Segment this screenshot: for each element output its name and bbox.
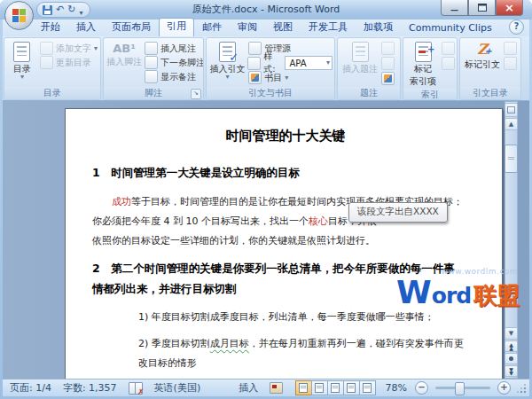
window-title: 原始文件.docx - Microsoft Word <box>106 0 426 20</box>
insert-endnote-button[interactable]: 插入尾注 <box>144 42 204 55</box>
add-text-dropdown-icon <box>94 46 98 51</box>
tab-references[interactable]: 引用 <box>159 18 194 36</box>
zoom-out-button[interactable] <box>415 381 428 395</box>
title-bar: 原始文件.docx - Microsoft Word <box>0 0 532 20</box>
scrollbar-thumb[interactable] <box>505 145 518 173</box>
update-toc-button[interactable]: 更新目录 <box>39 56 98 69</box>
toc-icon <box>13 42 30 62</box>
zoom-level[interactable]: 78% <box>386 382 407 394</box>
insert-caption-button[interactable]: 插入题注 <box>340 40 379 76</box>
restore-icon <box>478 4 487 12</box>
status-bar: 页面: 1/4 字数: 1,357 英语(美国) 插入 78% <box>3 379 529 396</box>
cross-reference-icon[interactable] <box>381 72 395 85</box>
ribbon-group-index: + 标记 索引项 索引 <box>403 37 458 100</box>
mark-entry-button[interactable]: + 标记 索引项 <box>406 40 440 89</box>
macro-record-icon[interactable] <box>270 382 283 394</box>
citations-group-label: 引文与书目 <box>207 87 334 99</box>
outline-view-button[interactable] <box>343 380 360 395</box>
bibliography-icon <box>248 71 262 84</box>
minimize-button[interactable] <box>441 0 468 16</box>
tab-page-layout[interactable]: 页面布局 <box>104 19 159 36</box>
insert-table-of-authorities-icon[interactable] <box>504 42 517 55</box>
tab-insert[interactable]: 插入 <box>68 19 104 36</box>
manage-sources-button[interactable]: 管理源 <box>247 42 332 55</box>
close-button[interactable] <box>496 0 523 16</box>
style-icon <box>247 57 261 70</box>
authorities-group-label: 引文目录 <box>460 87 520 99</box>
tab-home[interactable]: 开始 <box>33 19 68 36</box>
tab-view[interactable]: 视图 <box>265 19 301 36</box>
ribbon-group-captions: 插入题注 题注 <box>337 37 401 100</box>
insert-index-icon[interactable] <box>442 42 455 55</box>
office-logo-icon <box>12 9 26 22</box>
add-text-button[interactable]: 添加文字 <box>39 42 98 55</box>
page-indicator[interactable]: 页面: 1/4 <box>10 381 51 395</box>
update-table-of-authorities-icon[interactable] <box>504 57 517 70</box>
next-page-button[interactable]: ▼▼ <box>505 365 518 377</box>
toc-button[interactable]: 目录 <box>7 40 37 82</box>
fullscreen-reading-view-button[interactable] <box>311 380 328 395</box>
document-page[interactable]: 时间管理的十大关键 1 时间管理第一大关键是设立明确的目标 成功等于目标，时间管… <box>65 108 503 379</box>
zoom-in-button[interactable] <box>497 381 511 395</box>
tab-review[interactable]: 审阅 <box>230 19 265 36</box>
ribbon-group-toc: 目录 添加文字 更新目录 目录 <box>4 37 101 100</box>
zoom-slider-thumb[interactable] <box>455 382 465 395</box>
previous-page-button[interactable]: ▲▲ <box>505 340 518 352</box>
ruler-toggle-button[interactable] <box>505 103 518 117</box>
tab-addins[interactable]: 加载项 <box>356 19 401 36</box>
insert-mode-indicator[interactable]: 插入 <box>239 381 258 395</box>
qat-customize-dropdown-icon[interactable] <box>79 2 82 19</box>
update-index-icon[interactable] <box>442 57 455 70</box>
tab-community-clips[interactable]: Community Clips <box>401 20 500 36</box>
redo-icon[interactable] <box>67 4 75 16</box>
insert-footnote-icon: AB¹ <box>113 42 136 55</box>
undo-icon[interactable] <box>56 4 64 16</box>
show-notes-icon <box>145 70 158 83</box>
footnotes-group-label: 脚注 <box>104 87 203 99</box>
document-area: 时间管理的十大关键 1 时间管理第一大关键是设立明确的目标 成功等于目标，时间管… <box>3 101 529 379</box>
red-text-chengong: 成功 <box>112 196 131 207</box>
tab-mailings[interactable]: 邮件 <box>194 19 230 36</box>
toc-dropdown-icon <box>20 74 24 80</box>
restore-button[interactable] <box>468 0 496 16</box>
update-table-of-figures-icon[interactable] <box>381 57 395 70</box>
ribbon-group-authorities: Z+ 标记引文 引文目录 <box>459 37 521 100</box>
scroll-up-icon[interactable] <box>505 118 518 130</box>
update-toc-icon <box>40 56 53 69</box>
insert-footnote-button[interactable]: AB¹ 插入脚注 <box>106 40 142 69</box>
office-button[interactable] <box>4 1 34 30</box>
mark-citation-icon: Z+ <box>477 42 488 58</box>
footnotes-dialog-launcher[interactable] <box>191 89 201 99</box>
word-count[interactable]: 字数: 1,357 <box>63 381 117 395</box>
resize-grip[interactable] <box>517 384 526 393</box>
spellcheck-marked-text: 成月目标 <box>210 338 249 349</box>
view-shortcuts <box>296 380 376 395</box>
bibliography-button[interactable]: 书目 <box>247 71 332 84</box>
show-notes-button[interactable]: 显示备注 <box>144 70 204 83</box>
window-controls <box>441 0 523 16</box>
watermark-url: www.wordlm.com <box>442 268 519 276</box>
scroll-down-icon[interactable] <box>505 327 518 340</box>
insert-citation-button[interactable]: ✓ 插入引文 <box>209 40 246 82</box>
insert-citation-dropdown-icon <box>226 74 230 80</box>
vertical-scrollbar[interactable]: ▲▲ ▼▼ <box>505 101 518 379</box>
spellcheck-status-icon[interactable] <box>129 382 143 395</box>
tab-developer[interactable]: 开发工具 <box>301 19 356 36</box>
ribbon: 目录 添加文字 更新目录 目录 <box>3 36 529 101</box>
next-footnote-button[interactable]: 下一条脚注 <box>144 56 204 69</box>
zoom-slider[interactable] <box>435 387 490 389</box>
toc-group-label: 目录 <box>4 87 100 99</box>
manage-sources-icon <box>248 42 262 55</box>
doc-list-item-2: 2) 季度目标切割成月目标，并在每月初重新再列一遍，碰到有突发事件而更 改目标的… <box>138 334 479 373</box>
language-indicator[interactable]: 英语(美国) <box>154 381 201 395</box>
draft-view-button[interactable] <box>359 380 376 395</box>
select-browse-object-button[interactable] <box>505 353 518 364</box>
citation-style-select[interactable]: APA <box>285 56 332 70</box>
mark-citation-button[interactable]: Z+ 标记引文 <box>463 40 502 72</box>
insert-table-of-figures-icon[interactable] <box>381 42 395 55</box>
save-icon[interactable] <box>43 5 52 15</box>
web-layout-view-button[interactable] <box>327 380 344 395</box>
help-button[interactable] <box>509 20 524 35</box>
print-layout-view-button[interactable] <box>295 380 312 395</box>
style-dropdown-icon <box>326 60 330 66</box>
